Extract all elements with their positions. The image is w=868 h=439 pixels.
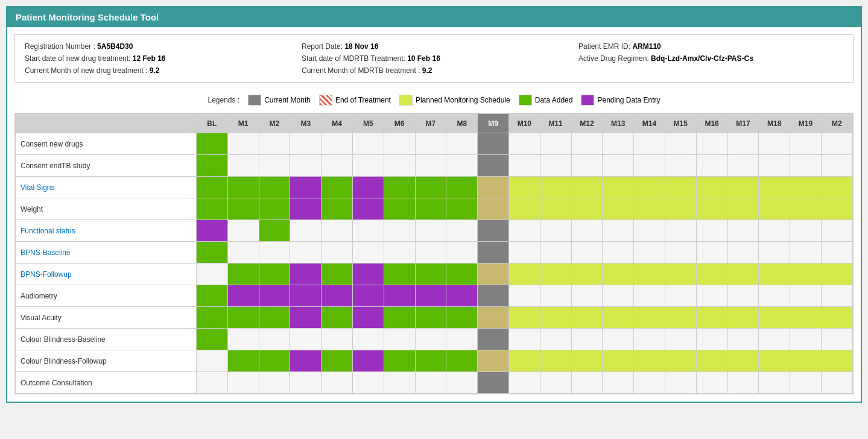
row-label-4: Functional status: [16, 220, 197, 242]
cell-r0-c20: [821, 133, 852, 155]
cell-r10-c20: [821, 350, 852, 372]
cell-r9-c5: [352, 329, 384, 350]
schedule-table-wrapper: BLM1M2M3M4M5M6M7M8M9M10M11M12M13M14M15M1…: [14, 113, 854, 394]
cell-r4-c19: [790, 220, 822, 242]
cell-r2-c9: [478, 177, 509, 198]
cell-r2-c13: [603, 177, 634, 198]
cell-r8-c0: [196, 307, 227, 329]
legends-title: Legends :: [207, 96, 239, 104]
cell-r10-c19: [790, 350, 822, 372]
cell-r0-c7: [415, 133, 446, 155]
cell-r7-c9: [478, 285, 509, 307]
cell-r11-c1: [227, 372, 259, 394]
row-label-2: Vital Signs: [16, 177, 197, 198]
cell-r3-c5: [352, 198, 384, 220]
cell-r5-c6: [384, 242, 415, 264]
start-mdrtb-value: 10 Feb 16: [407, 54, 440, 63]
cell-r3-c7: [415, 198, 446, 220]
cell-r4-c0: [196, 220, 227, 242]
emr-id-item: Patient EMR ID: ARM110: [578, 42, 843, 51]
cell-r7-c18: [759, 285, 790, 307]
cell-r11-c14: [634, 372, 665, 394]
cell-r8-c3: [290, 307, 322, 329]
cell-r2-c6: [384, 177, 415, 198]
cell-r7-c13: [603, 285, 634, 307]
emr-id-value: ARM110: [632, 42, 661, 51]
cell-r8-c19: [790, 307, 822, 329]
cell-r9-c9: [478, 329, 509, 350]
col-header-M1: M1: [227, 114, 259, 133]
cell-r4-c18: [759, 220, 790, 242]
cell-r1-c1: [227, 155, 259, 177]
cell-r11-c0: [196, 372, 227, 394]
info-panel: Registration Number : 5A5B4D30 Report Da…: [14, 34, 854, 83]
current-month-swatch: [248, 95, 261, 106]
cell-r9-c6: [384, 329, 415, 350]
cell-r3-c1: [227, 198, 259, 220]
cell-r5-c14: [634, 242, 665, 264]
cell-r6-c7: [415, 264, 446, 285]
row-label-0: Consent new drugs: [16, 133, 197, 155]
table-row: Audiometry: [16, 285, 853, 307]
cell-r0-c3: [290, 133, 322, 155]
cell-r4-c17: [727, 220, 759, 242]
cell-r1-c18: [759, 155, 790, 177]
cell-r4-c3: [290, 220, 322, 242]
emr-id-label: Patient EMR ID:: [578, 42, 630, 51]
cell-r10-c7: [415, 350, 446, 372]
cell-r5-c1: [227, 242, 259, 264]
cell-r9-c4: [322, 329, 353, 350]
cell-r11-c7: [415, 372, 446, 394]
table-row: Functional status: [16, 220, 853, 242]
cell-r3-c18: [759, 198, 790, 220]
cell-r2-c1: [227, 177, 259, 198]
app-wrapper: Patient Monitoring Schedule Tool Registr…: [6, 6, 862, 403]
cell-r6-c14: [634, 264, 665, 285]
cell-r9-c16: [696, 329, 727, 350]
cell-r11-c6: [384, 372, 415, 394]
cell-r4-c12: [571, 220, 603, 242]
table-row: Weight: [16, 198, 853, 220]
cell-r2-c17: [727, 177, 759, 198]
end-of-treatment-label: End of Treatment: [335, 96, 391, 104]
cell-r9-c8: [446, 329, 478, 350]
col-header-M2: M2: [259, 114, 290, 133]
cell-r6-c8: [446, 264, 478, 285]
cell-r5-c2: [259, 242, 290, 264]
cell-r6-c10: [508, 264, 540, 285]
cell-r7-c14: [634, 285, 665, 307]
cell-r9-c0: [196, 329, 227, 350]
cell-r1-c9: [478, 155, 509, 177]
cell-r2-c16: [696, 177, 727, 198]
cell-r6-c4: [322, 264, 353, 285]
col-header-M10: M10: [508, 114, 540, 133]
cell-r8-c17: [727, 307, 759, 329]
cell-r0-c19: [790, 133, 822, 155]
cell-r8-c8: [446, 307, 478, 329]
col-header-M13: M13: [603, 114, 634, 133]
cell-r5-c10: [508, 242, 540, 264]
col-header-M11: M11: [540, 114, 571, 133]
registration-label: Registration Number :: [25, 42, 95, 51]
cell-r11-c2: [259, 372, 290, 394]
cell-r1-c8: [446, 155, 478, 177]
col-header-M3: M3: [290, 114, 322, 133]
cell-r4-c9: [478, 220, 509, 242]
cell-r4-c15: [665, 220, 696, 242]
cell-r9-c3: [290, 329, 322, 350]
cell-r2-c3: [290, 177, 322, 198]
col-header-M9: M9: [478, 114, 509, 133]
start-mdrtb-label: Start date of MDRTB Treatment:: [302, 54, 405, 63]
cell-r3-c14: [634, 198, 665, 220]
cell-r1-c19: [790, 155, 822, 177]
legend-current-month: Current Month: [248, 95, 311, 106]
start-new-drug-label: Start date of new drug treatment:: [25, 54, 130, 63]
cell-r2-c11: [540, 177, 571, 198]
cell-r6-c11: [540, 264, 571, 285]
cell-r10-c14: [634, 350, 665, 372]
cell-r11-c5: [352, 372, 384, 394]
cell-r3-c11: [540, 198, 571, 220]
cell-r8-c18: [759, 307, 790, 329]
cell-r2-c5: [352, 177, 384, 198]
row-label-1: Consent endTB study: [16, 155, 197, 177]
